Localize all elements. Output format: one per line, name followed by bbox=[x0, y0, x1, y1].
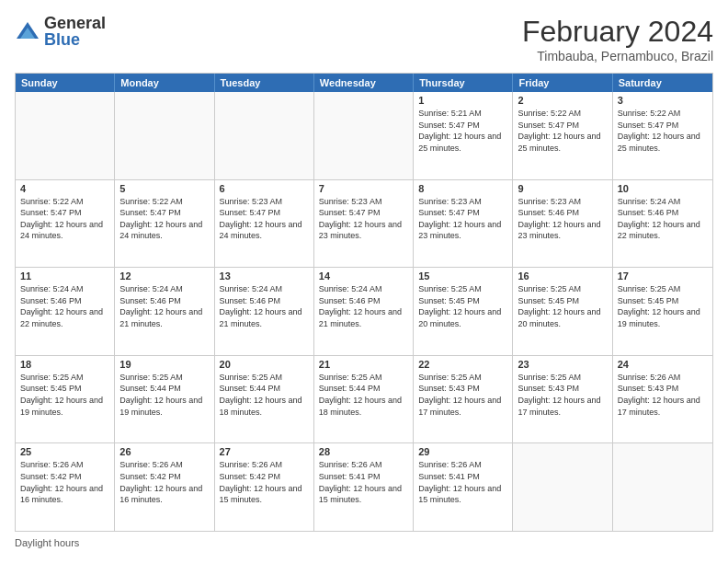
day-number: 26 bbox=[119, 446, 209, 457]
cal-cell: 25Sunrise: 5:26 AM Sunset: 5:42 PM Dayli… bbox=[16, 443, 115, 531]
day-info: Sunrise: 5:22 AM Sunset: 5:47 PM Dayligh… bbox=[20, 196, 109, 242]
cal-header-cell: Tuesday bbox=[215, 74, 314, 92]
cal-cell: 1Sunrise: 5:21 AM Sunset: 5:47 PM Daylig… bbox=[414, 92, 513, 179]
day-number: 17 bbox=[618, 270, 708, 282]
day-info: Sunrise: 5:25 AM Sunset: 5:45 PM Dayligh… bbox=[20, 372, 109, 418]
month-title: February 2024 bbox=[522, 15, 713, 49]
cal-cell: 2Sunrise: 5:22 AM Sunset: 5:47 PM Daylig… bbox=[513, 92, 612, 179]
day-info: Sunrise: 5:25 AM Sunset: 5:43 PM Dayligh… bbox=[518, 372, 607, 418]
cal-cell: 13Sunrise: 5:24 AM Sunset: 5:46 PM Dayli… bbox=[215, 268, 314, 355]
day-number: 8 bbox=[418, 183, 507, 194]
cal-week: 25Sunrise: 5:26 AM Sunset: 5:42 PM Dayli… bbox=[16, 442, 712, 531]
location: Timbauba, Pernambuco, Brazil bbox=[522, 49, 713, 63]
day-number: 28 bbox=[319, 446, 408, 457]
cal-week: 1Sunrise: 5:21 AM Sunset: 5:47 PM Daylig… bbox=[16, 92, 712, 179]
day-info: Sunrise: 5:25 AM Sunset: 5:43 PM Dayligh… bbox=[418, 372, 507, 418]
day-info: Sunrise: 5:25 AM Sunset: 5:44 PM Dayligh… bbox=[220, 372, 309, 418]
cal-cell: 27Sunrise: 5:26 AM Sunset: 5:42 PM Dayli… bbox=[215, 443, 314, 531]
calendar: SundayMondayTuesdayWednesdayThursdayFrid… bbox=[15, 73, 713, 532]
logo-text: General Blue bbox=[44, 15, 106, 48]
cal-cell: 20Sunrise: 5:25 AM Sunset: 5:44 PM Dayli… bbox=[215, 356, 314, 443]
logo: General Blue bbox=[15, 15, 106, 48]
header: General Blue February 2024 Timbauba, Per… bbox=[15, 15, 713, 63]
cal-cell: 11Sunrise: 5:24 AM Sunset: 5:46 PM Dayli… bbox=[16, 268, 115, 355]
cal-cell: 6Sunrise: 5:23 AM Sunset: 5:47 PM Daylig… bbox=[215, 180, 314, 268]
day-number: 20 bbox=[220, 359, 309, 370]
cal-cell: 23Sunrise: 5:25 AM Sunset: 5:43 PM Dayli… bbox=[513, 356, 612, 443]
calendar-header: SundayMondayTuesdayWednesdayThursdayFrid… bbox=[16, 74, 712, 92]
day-info: Sunrise: 5:22 AM Sunset: 5:47 PM Dayligh… bbox=[618, 108, 708, 154]
day-info: Sunrise: 5:22 AM Sunset: 5:47 PM Dayligh… bbox=[518, 108, 607, 154]
day-info: Sunrise: 5:26 AM Sunset: 5:41 PM Dayligh… bbox=[418, 459, 507, 505]
cal-cell: 16Sunrise: 5:25 AM Sunset: 5:45 PM Dayli… bbox=[513, 268, 612, 355]
cal-header-cell: Wednesday bbox=[314, 74, 414, 92]
day-info: Sunrise: 5:24 AM Sunset: 5:46 PM Dayligh… bbox=[20, 283, 109, 329]
cal-cell bbox=[16, 92, 115, 179]
day-info: Sunrise: 5:25 AM Sunset: 5:45 PM Dayligh… bbox=[518, 283, 607, 329]
day-number: 21 bbox=[319, 359, 408, 370]
cal-cell: 5Sunrise: 5:22 AM Sunset: 5:47 PM Daylig… bbox=[115, 180, 214, 268]
day-number: 24 bbox=[618, 359, 708, 370]
cal-header-cell: Sunday bbox=[16, 74, 115, 92]
day-number: 12 bbox=[119, 270, 209, 282]
day-number: 27 bbox=[220, 446, 309, 457]
day-info: Sunrise: 5:25 AM Sunset: 5:45 PM Dayligh… bbox=[418, 283, 507, 329]
day-number: 22 bbox=[418, 359, 507, 370]
cal-header-cell: Friday bbox=[513, 74, 612, 92]
calendar-body: 1Sunrise: 5:21 AM Sunset: 5:47 PM Daylig… bbox=[16, 92, 712, 531]
logo-blue: Blue bbox=[44, 31, 106, 48]
cal-cell bbox=[215, 92, 314, 179]
cal-cell bbox=[613, 443, 712, 531]
day-number: 15 bbox=[418, 270, 507, 282]
cal-cell bbox=[314, 92, 414, 179]
cal-cell: 10Sunrise: 5:24 AM Sunset: 5:46 PM Dayli… bbox=[613, 180, 712, 268]
cal-week: 11Sunrise: 5:24 AM Sunset: 5:46 PM Dayli… bbox=[16, 267, 712, 355]
day-number: 25 bbox=[20, 446, 109, 457]
cal-cell: 26Sunrise: 5:26 AM Sunset: 5:42 PM Dayli… bbox=[115, 443, 214, 531]
footer-text: Daylight hours bbox=[15, 537, 713, 548]
day-info: Sunrise: 5:26 AM Sunset: 5:43 PM Dayligh… bbox=[618, 372, 708, 418]
cal-cell: 24Sunrise: 5:26 AM Sunset: 5:43 PM Dayli… bbox=[613, 356, 712, 443]
day-info: Sunrise: 5:23 AM Sunset: 5:47 PM Dayligh… bbox=[418, 196, 507, 242]
cal-header-cell: Thursday bbox=[414, 74, 513, 92]
day-number: 10 bbox=[618, 183, 708, 194]
day-info: Sunrise: 5:23 AM Sunset: 5:46 PM Dayligh… bbox=[518, 196, 607, 242]
day-number: 5 bbox=[119, 183, 209, 194]
cal-cell: 14Sunrise: 5:24 AM Sunset: 5:46 PM Dayli… bbox=[314, 268, 414, 355]
day-info: Sunrise: 5:25 AM Sunset: 5:45 PM Dayligh… bbox=[618, 283, 708, 329]
day-number: 11 bbox=[20, 270, 109, 282]
cal-cell: 4Sunrise: 5:22 AM Sunset: 5:47 PM Daylig… bbox=[16, 180, 115, 268]
day-info: Sunrise: 5:26 AM Sunset: 5:42 PM Dayligh… bbox=[20, 459, 109, 505]
day-number: 29 bbox=[418, 446, 507, 457]
cal-cell: 22Sunrise: 5:25 AM Sunset: 5:43 PM Dayli… bbox=[414, 356, 513, 443]
day-info: Sunrise: 5:23 AM Sunset: 5:47 PM Dayligh… bbox=[319, 196, 408, 242]
day-info: Sunrise: 5:26 AM Sunset: 5:42 PM Dayligh… bbox=[119, 459, 209, 505]
day-info: Sunrise: 5:22 AM Sunset: 5:47 PM Dayligh… bbox=[119, 196, 209, 242]
day-number: 4 bbox=[20, 183, 109, 194]
day-number: 23 bbox=[518, 359, 607, 370]
cal-week: 18Sunrise: 5:25 AM Sunset: 5:45 PM Dayli… bbox=[16, 355, 712, 443]
day-info: Sunrise: 5:25 AM Sunset: 5:44 PM Dayligh… bbox=[319, 372, 408, 418]
cal-cell bbox=[513, 443, 612, 531]
day-info: Sunrise: 5:26 AM Sunset: 5:42 PM Dayligh… bbox=[220, 459, 309, 505]
title-block: February 2024 Timbauba, Pernambuco, Braz… bbox=[522, 15, 713, 63]
day-number: 14 bbox=[319, 270, 408, 282]
logo-general: General bbox=[44, 15, 106, 31]
logo-icon bbox=[15, 18, 40, 44]
cal-cell: 18Sunrise: 5:25 AM Sunset: 5:45 PM Dayli… bbox=[16, 356, 115, 443]
day-number: 1 bbox=[418, 95, 507, 106]
day-info: Sunrise: 5:23 AM Sunset: 5:47 PM Dayligh… bbox=[220, 196, 309, 242]
day-number: 13 bbox=[220, 270, 309, 282]
day-number: 2 bbox=[518, 95, 607, 106]
page: General Blue February 2024 Timbauba, Per… bbox=[0, 0, 728, 563]
cal-cell: 19Sunrise: 5:25 AM Sunset: 5:44 PM Dayli… bbox=[115, 356, 214, 443]
day-info: Sunrise: 5:24 AM Sunset: 5:46 PM Dayligh… bbox=[319, 283, 408, 329]
day-number: 9 bbox=[518, 183, 607, 194]
cal-cell: 28Sunrise: 5:26 AM Sunset: 5:41 PM Dayli… bbox=[314, 443, 414, 531]
day-info: Sunrise: 5:24 AM Sunset: 5:46 PM Dayligh… bbox=[618, 196, 708, 242]
day-info: Sunrise: 5:21 AM Sunset: 5:47 PM Dayligh… bbox=[418, 108, 507, 154]
day-number: 18 bbox=[20, 359, 109, 370]
cal-cell: 3Sunrise: 5:22 AM Sunset: 5:47 PM Daylig… bbox=[613, 92, 712, 179]
day-info: Sunrise: 5:25 AM Sunset: 5:44 PM Dayligh… bbox=[119, 372, 209, 418]
cal-cell bbox=[115, 92, 214, 179]
